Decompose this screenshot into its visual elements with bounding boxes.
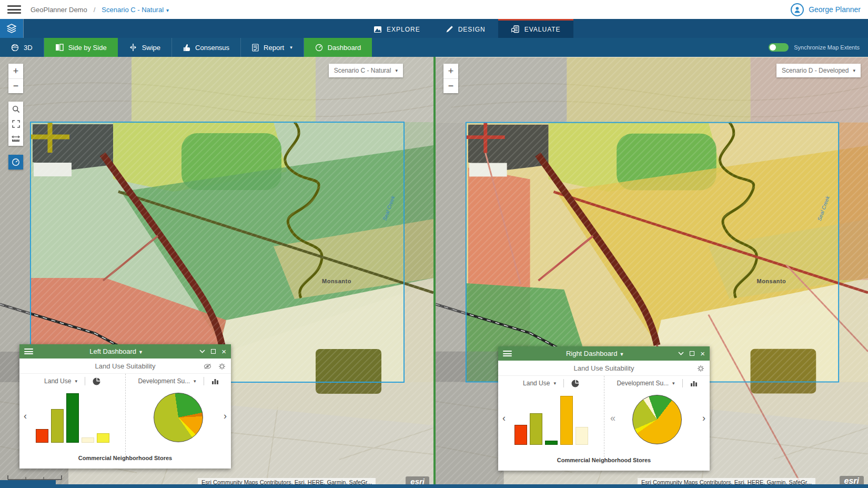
caret-down-icon: ▾: [75, 379, 77, 384]
widget-title: Land Use Suitability: [95, 362, 156, 370]
window-controls: ×: [678, 350, 705, 357]
layers-icon: [6, 24, 17, 33]
swipe-button[interactable]: Swipe: [118, 38, 172, 57]
right-dashboard-header[interactable]: Right Dashboard▼ ×: [498, 346, 710, 361]
user-avatar-icon: [791, 3, 804, 16]
tab-explore-label: EXPLORE: [387, 26, 420, 33]
caret-down-icon: ▾: [853, 68, 855, 73]
menu-icon[interactable]: [7, 5, 21, 14]
settings-gear-icon[interactable]: [697, 365, 704, 372]
globe-icon: [11, 44, 19, 52]
consensus-thumb-icon: [183, 44, 190, 52]
bottom-strip: [0, 484, 868, 488]
chart-field-select[interactable]: Land Use: [523, 380, 550, 387]
dashboard-button[interactable]: Dashboard: [304, 38, 372, 57]
side-by-side-label: Side by Side: [68, 44, 107, 52]
caret-down-icon: ▾: [672, 381, 675, 386]
zoom-out-button[interactable]: −: [443, 78, 458, 93]
caret-down-icon: ▾: [395, 68, 398, 73]
left-dashboard-title-dropdown[interactable]: Left Dashboard▼: [33, 347, 199, 355]
top-bar: GeoPlanner Demo / Scenario C - Natural▾ …: [0, 0, 868, 19]
bar-chart-panel: Land Use ▾: [498, 376, 604, 457]
measure-tool-button[interactable]: [8, 131, 23, 146]
side-by-side-button[interactable]: Side by Side: [44, 38, 118, 57]
maximize-icon[interactable]: [690, 351, 694, 356]
dashboard-menu-icon[interactable]: [503, 351, 512, 356]
bar-chart-type-icon[interactable]: [690, 380, 698, 387]
zoom-in-button[interactable]: +: [443, 64, 458, 78]
landuse-bar-chart: [36, 390, 109, 443]
zoom-in-button[interactable]: +: [8, 64, 23, 78]
carousel-first-icon[interactable]: «: [610, 413, 615, 423]
report-icon: [252, 44, 259, 52]
swipe-icon: [129, 44, 137, 51]
3d-button[interactable]: 3D: [0, 38, 44, 57]
close-icon[interactable]: ×: [700, 350, 705, 357]
carousel-prev-icon[interactable]: ‹: [502, 413, 506, 423]
map-label-monsanto: Monsanto: [757, 278, 786, 284]
tab-design[interactable]: DESIGN: [433, 19, 498, 38]
report-label: Report: [264, 44, 284, 52]
chart-field-select[interactable]: Development Su...: [138, 377, 190, 385]
layers-button[interactable]: [0, 19, 23, 38]
pie-panel-header: Development Su... ▾: [617, 376, 697, 391]
left-scenario-select[interactable]: Scenario C - Natural ▾: [329, 64, 403, 77]
collapse-icon[interactable]: [199, 350, 205, 353]
consensus-label: Consensus: [195, 44, 229, 52]
suitability-pie-chart: [154, 393, 203, 442]
map-label-monsanto: Monsanto: [322, 278, 351, 284]
user-name: George Planner: [809, 5, 861, 14]
chart-field-select[interactable]: Development Su...: [617, 380, 669, 387]
dashboard-label: Dashboard: [328, 44, 361, 52]
consensus-button[interactable]: Consensus: [172, 38, 241, 57]
left-zoom-control: + −: [8, 64, 23, 93]
carousel-prev-icon[interactable]: ‹: [24, 411, 27, 421]
pie-chart-panel: Development Su... ▾: [604, 376, 710, 457]
caret-down-icon: ▼: [138, 350, 143, 355]
evaluate-toolbar: 3D Side by Side Swipe Consensus Report: [0, 38, 868, 57]
dashboard-tool-button-active[interactable]: [8, 155, 23, 170]
breadcrumb-separator: /: [94, 6, 96, 14]
right-dashboard-title-dropdown[interactable]: Right Dashboard▼: [512, 350, 678, 357]
caret-down-icon: ▾: [290, 45, 292, 50]
geoplanner-app: GeoPlanner Demo / Scenario C - Natural▾ …: [0, 0, 868, 488]
bottom-corner-block: [0, 480, 56, 488]
settings-gear-icon[interactable]: [218, 363, 226, 370]
collapse-icon[interactable]: [678, 352, 684, 355]
sync-extents-toggle[interactable]: [769, 43, 789, 52]
tab-explore[interactable]: EXPLORE: [361, 19, 433, 38]
chart-field-select[interactable]: Land Use: [44, 377, 71, 385]
nav-divider: [23, 19, 24, 38]
user-menu[interactable]: George Planner: [791, 3, 861, 16]
maximize-icon[interactable]: [211, 349, 216, 354]
pie-chart-type-icon[interactable]: [571, 380, 579, 387]
breadcrumb-app-name[interactable]: GeoPlanner Demo: [31, 6, 87, 14]
zoom-out-button[interactable]: −: [8, 78, 23, 93]
carousel-next-icon[interactable]: ›: [702, 413, 705, 423]
left-dashboard-window: Left Dashboard▼ × Land Use Suitability: [19, 344, 231, 469]
right-scenario-select[interactable]: Scenario D - Developed ▾: [776, 64, 861, 77]
visibility-off-icon[interactable]: [204, 363, 211, 370]
search-tool-button[interactable]: [8, 102, 23, 116]
map-area: Monsanto Seal Creek Scenario C - Natural…: [0, 57, 868, 488]
report-button[interactable]: Report ▾: [241, 38, 304, 57]
tab-evaluate-label: EVALUATE: [524, 26, 561, 33]
expand-tool-button[interactable]: [8, 116, 23, 131]
sync-extents-control: Synchronize Map Extents: [769, 38, 868, 57]
dashboard-menu-icon[interactable]: [24, 348, 33, 354]
pie-chart-type-icon[interactable]: [93, 377, 100, 385]
chart-footer-label: Commercial Neighborhood Stores: [19, 455, 231, 469]
right-zoom-control: + −: [443, 64, 458, 93]
bar-chart-type-icon[interactable]: [211, 378, 219, 385]
close-icon[interactable]: ×: [221, 347, 226, 355]
caret-down-icon: ▾: [553, 381, 556, 386]
carousel-next-icon[interactable]: ›: [224, 411, 227, 421]
left-dashboard-header[interactable]: Left Dashboard▼ ×: [19, 344, 231, 358]
widget-title-row: Land Use Suitability: [19, 358, 231, 374]
gauge-icon: [315, 44, 323, 52]
right-scenario-value: Scenario D - Developed: [782, 67, 849, 74]
design-pencil-icon: [446, 25, 453, 33]
breadcrumb-scenario-dropdown[interactable]: Scenario C - Natural▾: [102, 6, 169, 14]
tab-evaluate[interactable]: EVALUATE: [498, 19, 573, 38]
nav-tab-group: EXPLORE DESIGN EVALUATE: [361, 19, 573, 38]
